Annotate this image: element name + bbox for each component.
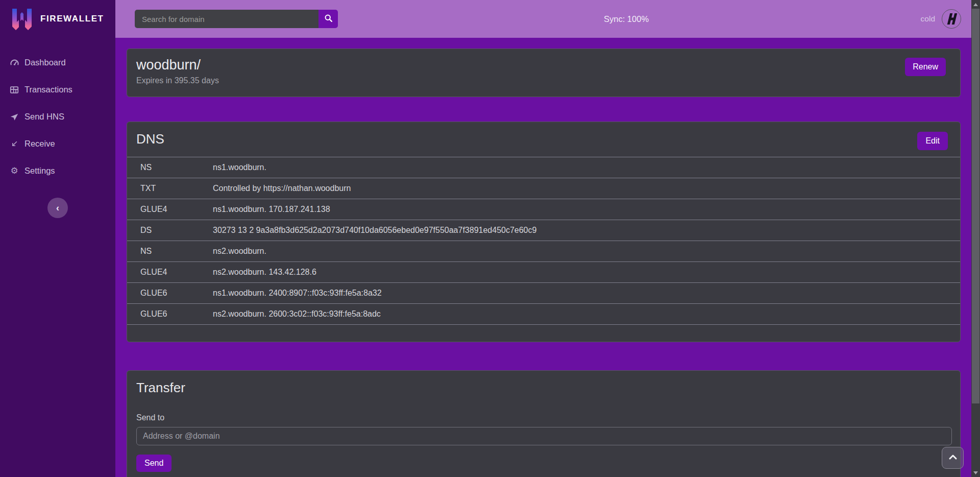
dns-record-row: NS ns2.woodburn. [127,241,960,262]
dns-record-row: TXT Controlled by https://nathan.woodbur… [127,178,960,199]
sidebar-item-transactions[interactable]: Transactions [0,76,115,103]
send-button[interactable]: Send [136,455,172,472]
domain-card: woodburn/ Expires in 395.35 days Renew [127,49,961,97]
domain-expiry: Expires in 395.35 days [136,76,951,85]
brand-name: FIREWALLET [40,14,104,24]
sidebar-item-label: Receive [24,139,55,149]
transfer-card-title: Transfer [127,371,960,396]
dns-record-type: GLUE6 [140,309,213,319]
sidebar-item-label: Settings [24,166,55,176]
dns-record-type: GLUE4 [140,205,213,214]
dns-record-value: ns2.woodburn. [213,247,960,256]
scrollbar-thumb[interactable] [972,9,979,403]
dns-table-body: NS ns1.woodburn. TXT Controlled by https… [127,157,960,325]
dns-card-title: DNS [127,122,960,147]
sidebar-item-label: Dashboard [24,58,66,67]
dns-record-row: GLUE6 ns2.woodburn. 2600:3c02::f03c:93ff… [127,304,960,325]
sidebar-item-settings[interactable]: ⚙ Settings [0,157,115,184]
sync-status: Sync: 100% [604,0,649,38]
search-button[interactable] [318,10,338,28]
table-icon [9,85,19,95]
scrollbar-down-arrow[interactable] [971,468,980,477]
gear-icon: ⚙ [9,166,19,176]
dns-record-type: GLUE4 [140,268,213,277]
dns-record-value: ns1.woodburn. 2400:8907::f03c:93ff:fe5a:… [213,289,960,298]
dns-record-value: ns1.woodburn. [213,163,960,172]
topbar-right: cold [921,9,971,29]
sidebar-item-send-hns[interactable]: Send HNS [0,103,115,130]
main-content: woodburn/ Expires in 395.35 days Renew D… [115,38,971,477]
dns-record-type: TXT [140,184,213,193]
firewallet-logo-icon [10,7,34,31]
brand[interactable]: FIREWALLET [0,0,115,38]
sidebar-item-label: Transactions [24,85,72,94]
transfer-card: Transfer Send to Send [127,370,961,477]
sidebar-item-label: Send HNS [24,112,64,122]
sidebar-nav: Dashboard Transactions Send HNS Receive … [0,38,115,184]
dns-record-value: ns1.woodburn. 170.187.241.138 [213,205,960,214]
dns-card: DNS Edit NS ns1.woodburn. TXT Controlled… [127,122,961,342]
search-input[interactable] [135,10,318,28]
sidebar-collapse-button[interactable]: ‹ [47,198,68,218]
domain-search [135,10,338,28]
send-plane-icon [9,112,19,122]
dns-record-type: NS [140,247,213,256]
sidebar-item-receive[interactable]: Receive [0,130,115,157]
send-to-label: Send to [136,413,960,422]
transfer-address-input[interactable] [136,427,952,445]
renew-button[interactable]: Renew [905,58,946,76]
dns-record-type: GLUE6 [140,289,213,298]
sidebar-item-dashboard[interactable]: Dashboard [0,49,115,76]
dns-record-row: GLUE4 ns1.woodburn. 170.187.241.138 [127,199,960,220]
wallet-name[interactable]: cold [921,14,935,23]
handshake-hns-icon[interactable] [942,9,961,29]
dns-record-type: DS [140,226,213,235]
chevron-up-icon [948,454,958,462]
dns-table: NS ns1.woodburn. TXT Controlled by https… [127,157,960,325]
domain-title: woodburn/ [136,57,951,73]
dns-record-row: GLUE4 ns2.woodburn. 143.42.128.6 [127,262,960,283]
dns-record-value: ns2.woodburn. 143.42.128.6 [213,268,960,277]
gauge-icon [9,58,19,68]
dns-record-value: ns2.woodburn. 2600:3c02::f03c:93ff:fe5a:… [213,309,960,319]
search-icon [324,14,333,24]
dns-record-row: NS ns1.woodburn. [127,157,960,178]
dns-record-row: GLUE6 ns1.woodburn. 2400:8907::f03c:93ff… [127,283,960,304]
topbar: Sync: 100% cold [115,0,971,38]
dns-record-row: DS 30273 13 2 9a3a8fb3d625d2a2073d740f10… [127,220,960,241]
scrollbar-up-arrow[interactable] [971,0,980,9]
page-scrollbar[interactable] [971,0,980,477]
dns-record-type: NS [140,163,213,172]
receive-arrow-icon [9,139,19,149]
dns-record-value: 30273 13 2 9a3a8fb3d625d2a2073d740f10da6… [213,226,960,235]
dns-record-value: Controlled by https://nathan.woodburn [213,184,960,193]
chevron-left-icon: ‹ [56,203,59,213]
scroll-to-top-button[interactable] [942,447,964,469]
sidebar: FIREWALLET Dashboard Transactions Send H… [0,0,115,477]
edit-dns-button[interactable]: Edit [917,132,948,150]
